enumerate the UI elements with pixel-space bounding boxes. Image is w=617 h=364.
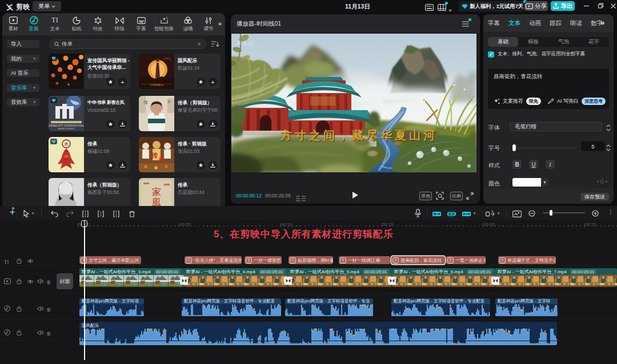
svg-text:古风国潮配乐: 古风国潮配乐 (150, 83, 163, 86)
svg-text:AI生成: AI生成 (237, 40, 253, 46)
svg-text:承: 承 (65, 142, 69, 146)
svg-text:传: 传 (151, 152, 158, 159)
svg-text:家: 家 (152, 187, 161, 197)
svg-text:MUSIC STUDIO: MUSIC STUDIO (58, 127, 74, 130)
svg-text:传: 传 (143, 100, 148, 105)
svg-text:承: 承 (167, 100, 171, 103)
svg-text:承: 承 (158, 156, 165, 163)
svg-text:方寸之间，藏尽华夏山河: 方寸之间，藏尽华夏山河 (280, 129, 438, 141)
